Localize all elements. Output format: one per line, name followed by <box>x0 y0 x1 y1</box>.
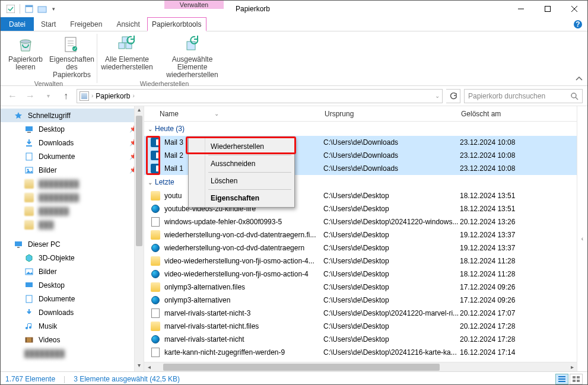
recyclebin-properties-button[interactable]: Eigenschaften des Papierkorbs <box>50 34 93 79</box>
ctx-properties[interactable]: Eigenschaften <box>190 191 293 205</box>
tab-recyclebin-tools[interactable]: Papierkorbtools <box>147 17 206 31</box>
sidebar-item-pc-documents[interactable]: Dokumente <box>1 292 144 306</box>
file-row[interactable]: onlymp3-alternativen.filesC:\Users\de\De… <box>144 281 577 294</box>
preview-pane-toggle[interactable]: ‹ <box>577 106 587 371</box>
file-deleted-date: 18.12.2024 11:28 <box>460 257 577 265</box>
scroll-thumb[interactable] <box>136 116 142 246</box>
horizontal-scrollbar[interactable]: ◂ ▸ <box>144 362 577 371</box>
file-row[interactable]: wiederherstellung-von-cd-dvd-datentraege… <box>144 228 577 241</box>
recycle-bin-small-icon <box>80 91 89 101</box>
scroll-right-arrow[interactable]: ▸ <box>567 364 577 370</box>
sort-indicator-icon: ⌄ <box>214 110 219 117</box>
svg-rect-31 <box>26 282 33 287</box>
file-row[interactable]: marvel-rivals-startet-nichtC:\Users\de\D… <box>144 333 577 346</box>
view-large-icons-button[interactable] <box>570 374 583 384</box>
search-input[interactable]: Papierkorb durchsuchen <box>464 89 583 103</box>
file-row[interactable]: onlymp3-alternativenC:\Users\de\Desktop1… <box>144 294 577 307</box>
minimize-button[interactable] <box>507 1 534 17</box>
svg-rect-37 <box>558 378 565 380</box>
chevron-right-icon[interactable]: › <box>91 93 93 99</box>
sidebar-item-downloads[interactable]: Downloads 📌 <box>1 136 144 149</box>
qat-newfolder-icon[interactable] <box>37 4 47 14</box>
sidebar-item-quick-access[interactable]: Schnellzugriff <box>1 109 144 122</box>
chevron-right-icon[interactable]: › <box>132 93 134 99</box>
ctx-restore[interactable]: Wiederherstellen <box>190 139 293 154</box>
file-origin: C:\Users\de\Desktop <box>323 322 460 330</box>
svg-rect-39 <box>573 376 576 378</box>
sidebar-item-folder[interactable]: ████████ <box>1 190 144 204</box>
restore-all-button[interactable]: Alle Elemente wiederherstellen <box>101 34 153 79</box>
file-name: marvel-rivals-startet-nicht-3 <box>164 309 323 317</box>
breadcrumb-segment[interactable]: Papierkorb <box>96 92 130 100</box>
svg-point-20 <box>571 93 576 98</box>
file-row[interactable]: video-wiederherstellung-von-fji-osmo-act… <box>144 254 577 268</box>
sidebar-item-desktop[interactable]: Desktop 📌 <box>1 122 144 136</box>
sidebar-item-folder[interactable]: ████████ <box>1 177 144 190</box>
folder-icon <box>150 321 161 332</box>
scroll-left-arrow[interactable]: ◂ <box>144 364 154 370</box>
column-header-origin[interactable]: Ursprung <box>325 110 461 118</box>
ctx-cut[interactable]: Ausschneiden <box>190 157 293 171</box>
contextual-tab-header: Verwalten <box>164 1 224 17</box>
column-header-name[interactable]: Name ⌄ <box>160 110 325 118</box>
sidebar-item-videos[interactable]: Videos <box>1 333 144 346</box>
svg-rect-34 <box>26 338 27 342</box>
file-deleted-date: 17.12.2024 09:26 <box>460 296 577 304</box>
maximize-button[interactable] <box>534 1 561 17</box>
document-icon <box>150 217 161 227</box>
file-row[interactable]: windows-update-fehler-0x800f0993-5C:\Use… <box>144 215 577 228</box>
sidebar-item-folder[interactable]: ███ <box>1 218 144 231</box>
pc-icon <box>14 240 23 249</box>
sidebar-item-pc-pictures[interactable]: Bilder <box>1 265 144 278</box>
sidebar-item-this-pc[interactable]: Dieser PC <box>1 237 144 251</box>
file-deleted-date: 20.12.2024 17:28 <box>460 322 577 330</box>
file-row[interactable]: marvel-rivals-startet-nicht-3C:\Users\de… <box>144 307 577 320</box>
sidebar-item-documents[interactable]: Dokumente 📌 <box>1 149 144 163</box>
outlook-icon <box>150 163 161 174</box>
file-deleted-date: 19.12.2024 13:37 <box>460 244 577 252</box>
scroll-up-arrow[interactable]: ▴ <box>135 106 144 116</box>
file-row[interactable]: wiederherstellung-von-cd-dvd-datentraege… <box>144 241 577 254</box>
file-row[interactable]: video-wiederherstellung-von-fji-osmo-act… <box>144 268 577 281</box>
scroll-thumb[interactable] <box>163 364 440 371</box>
column-header-deleted[interactable]: Gelöscht am <box>461 110 577 118</box>
file-deleted-date: 16.12.2024 17:14 <box>460 348 577 357</box>
breadcrumb[interactable]: › Papierkorb › ⌄ <box>77 89 443 103</box>
sidebar-scrollbar[interactable]: ▴ ▾ <box>134 106 144 371</box>
group-header-today[interactable]: ⌄ Heute (3) <box>144 122 577 136</box>
refresh-button[interactable] <box>446 89 460 103</box>
tab-view[interactable]: Ansicht <box>109 17 147 31</box>
tab-start[interactable]: Start <box>34 17 63 31</box>
pictures-icon <box>24 267 34 276</box>
edge-icon <box>150 334 161 345</box>
folder-icon <box>24 193 34 202</box>
help-icon[interactable]: ? <box>573 17 587 31</box>
nav-up-button[interactable]: ↑ <box>59 89 73 103</box>
view-details-button[interactable] <box>555 374 568 384</box>
close-button[interactable] <box>561 1 587 17</box>
qat-dropdown-icon[interactable]: ▾ <box>50 6 58 12</box>
file-row[interactable]: marvel-rivals-startet-nicht.filesC:\User… <box>144 320 577 333</box>
nav-history-dropdown[interactable]: ▾ <box>41 89 55 103</box>
empty-recyclebin-button[interactable]: Papierkorb leeren <box>4 34 47 79</box>
sidebar-item-music[interactable]: Musik <box>1 319 144 333</box>
tab-file[interactable]: Datei <box>1 17 34 31</box>
address-bar-row: ← → ▾ ↑ › Papierkorb › ⌄ Papierkorb durc… <box>1 86 587 106</box>
nav-forward-button[interactable]: → <box>23 89 37 103</box>
tab-share[interactable]: Freigeben <box>63 17 109 31</box>
sidebar-item-truncated[interactable]: ████████ <box>1 346 144 360</box>
qat-properties-icon[interactable] <box>24 4 34 14</box>
sidebar-item-3d-objects[interactable]: 3D-Objekte <box>1 251 144 265</box>
scroll-down-arrow[interactable]: ▾ <box>135 362 144 371</box>
sidebar-item-pc-downloads[interactable]: Downloads <box>1 306 144 319</box>
address-dropdown-icon[interactable]: ⌄ <box>435 93 440 99</box>
nav-back-button[interactable]: ← <box>5 89 20 103</box>
restore-selected-button[interactable]: Ausgewählte Elemente wiederherstellen <box>157 34 228 79</box>
music-icon <box>24 322 34 331</box>
sidebar-item-folder[interactable]: ██████ <box>1 204 144 218</box>
ctx-delete[interactable]: Löschen <box>190 174 293 188</box>
ribbon-collapse-icon[interactable] <box>571 74 587 85</box>
sidebar-item-pc-desktop[interactable]: Desktop <box>1 278 144 292</box>
file-row[interactable]: karte-kann-nicht-zugegriffen-werden-9C:\… <box>144 346 577 359</box>
sidebar-item-pictures[interactable]: Bilder 📌 <box>1 163 144 177</box>
